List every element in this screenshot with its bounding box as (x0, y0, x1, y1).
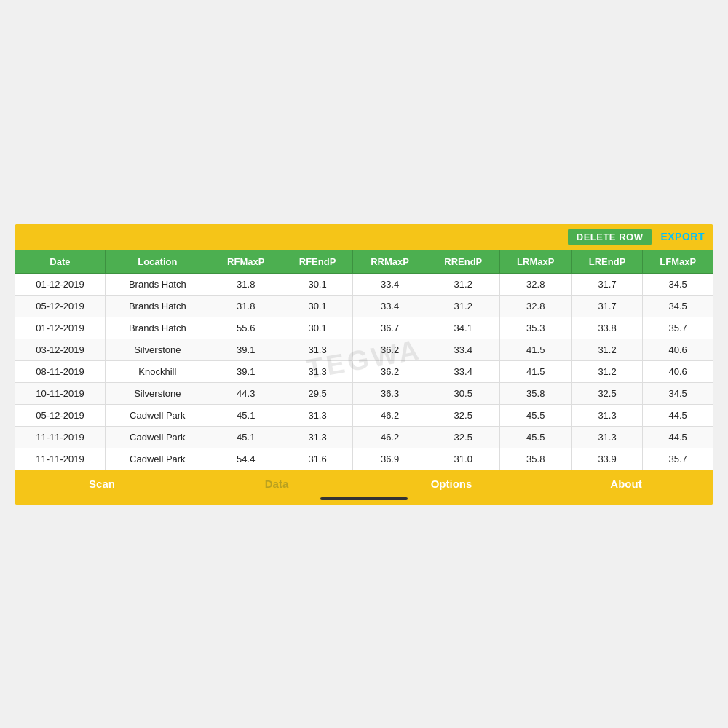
cell-r2-c2: 55.6 (210, 317, 282, 339)
export-button[interactable]: EXPORT (660, 231, 705, 242)
cell-r8-c7: 33.9 (571, 448, 643, 470)
cell-r5-c1: Silverstone (105, 382, 210, 404)
cell-r1-c2: 31.8 (210, 295, 282, 317)
cell-r3-c4: 36.2 (353, 339, 427, 360)
cell-r4-c4: 36.2 (353, 360, 427, 382)
table-row[interactable]: 10-11-2019Silverstone44.329.536.330.535.… (15, 382, 713, 404)
cell-r5-c8: 34.5 (643, 382, 713, 404)
cell-r6-c2: 45.1 (210, 404, 282, 426)
cell-r1-c1: Brands Hatch (105, 295, 210, 317)
cell-r6-c6: 45.5 (499, 404, 571, 426)
cell-r4-c8: 40.6 (643, 360, 713, 382)
cell-r3-c8: 40.6 (643, 339, 713, 360)
cell-r0-c6: 32.8 (499, 273, 571, 295)
cell-r7-c6: 45.5 (499, 426, 571, 448)
cell-r5-c3: 29.5 (282, 382, 353, 404)
toolbar: DELETE ROW EXPORT (15, 224, 713, 250)
cell-r8-c8: 35.7 (643, 448, 713, 470)
cell-r8-c1: Cadwell Park (105, 448, 210, 470)
cell-r7-c4: 46.2 (353, 426, 427, 448)
table-row[interactable]: 08-11-2019Knockhill39.131.336.233.441.53… (15, 360, 713, 382)
table-row[interactable]: 11-11-2019Cadwell Park45.131.346.232.545… (15, 426, 713, 448)
cell-r7-c7: 31.3 (571, 426, 643, 448)
cell-r0-c8: 34.5 (643, 273, 713, 295)
cell-r2-c4: 36.7 (353, 317, 427, 339)
cell-r1-c4: 33.4 (353, 295, 427, 317)
cell-r8-c0: 11-11-2019 (15, 448, 106, 470)
cell-r4-c2: 39.1 (210, 360, 282, 382)
table-row[interactable]: 01-12-2019Brands Hatch55.630.136.734.135… (15, 317, 713, 339)
cell-r3-c3: 31.3 (282, 339, 353, 360)
cell-r8-c4: 36.9 (353, 448, 427, 470)
cell-r0-c5: 31.2 (427, 273, 499, 295)
nav-about[interactable]: About (539, 470, 713, 494)
cell-r1-c8: 34.5 (643, 295, 713, 317)
cell-r0-c7: 31.7 (571, 273, 643, 295)
cell-r7-c3: 31.3 (282, 426, 353, 448)
cell-r1-c6: 32.8 (499, 295, 571, 317)
header-row: DateLocationRFMaxPRFEndPRRMaxPRREndPLRMa… (15, 250, 713, 273)
cell-r5-c0: 10-11-2019 (15, 382, 106, 404)
cell-r2-c6: 35.3 (499, 317, 571, 339)
cell-r4-c0: 08-11-2019 (15, 360, 106, 382)
cell-r7-c1: Cadwell Park (105, 426, 210, 448)
cell-r3-c2: 39.1 (210, 339, 282, 360)
cell-r6-c1: Cadwell Park (105, 404, 210, 426)
cell-r7-c2: 45.1 (210, 426, 282, 448)
cell-r4-c5: 33.4 (427, 360, 499, 382)
cell-r8-c5: 31.0 (427, 448, 499, 470)
table-header: DateLocationRFMaxPRFEndPRRMaxPRREndPLRMa… (15, 250, 713, 273)
cell-r6-c0: 05-12-2019 (15, 404, 106, 426)
table-wrapper: DELETE ROW EXPORT TEGWA DateLocationRFMa… (15, 224, 713, 505)
cell-r2-c8: 35.7 (643, 317, 713, 339)
cell-r6-c8: 44.5 (643, 404, 713, 426)
table-row[interactable]: 11-11-2019Cadwell Park54.431.636.931.035… (15, 448, 713, 470)
col-header-rfendp: RFEndP (282, 250, 353, 273)
cell-r5-c6: 35.8 (499, 382, 571, 404)
cell-r0-c0: 01-12-2019 (15, 273, 106, 295)
table-row[interactable]: 03-12-2019Silverstone39.131.336.233.441.… (15, 339, 713, 360)
col-header-rfmaxp: RFMaxP (210, 250, 282, 273)
cell-r3-c1: Silverstone (105, 339, 210, 360)
table-body: 01-12-2019Brands Hatch31.830.133.431.232… (15, 273, 713, 470)
cell-r2-c0: 01-12-2019 (15, 317, 106, 339)
app-container: DELETE ROW EXPORT TEGWA DateLocationRFMa… (0, 0, 728, 728)
cell-r1-c3: 30.1 (282, 295, 353, 317)
table-row[interactable]: 05-12-2019Brands Hatch31.830.133.431.232… (15, 295, 713, 317)
col-header-rrendp: RREndP (427, 250, 499, 273)
col-header-date: Date (15, 250, 106, 273)
cell-r7-c8: 44.5 (643, 426, 713, 448)
data-table: DateLocationRFMaxPRFEndPRRMaxPRREndPLRMa… (15, 250, 713, 470)
cell-r1-c0: 05-12-2019 (15, 295, 106, 317)
cell-r4-c3: 31.3 (282, 360, 353, 382)
cell-r8-c6: 35.8 (499, 448, 571, 470)
cell-r0-c2: 31.8 (210, 273, 282, 295)
cell-r6-c5: 32.5 (427, 404, 499, 426)
cell-r3-c7: 31.2 (571, 339, 643, 360)
cell-r2-c3: 30.1 (282, 317, 353, 339)
table-area: TEGWA DateLocationRFMaxPRFEndPRRMaxPRREn… (15, 250, 713, 470)
cell-r3-c0: 03-12-2019 (15, 339, 106, 360)
col-header-lrendp: LREndP (571, 250, 643, 273)
cell-r6-c4: 46.2 (353, 404, 427, 426)
cell-r0-c3: 30.1 (282, 273, 353, 295)
cell-r4-c6: 41.5 (499, 360, 571, 382)
nav-scan[interactable]: Scan (15, 470, 189, 494)
cell-r5-c5: 30.5 (427, 382, 499, 404)
cell-r6-c3: 31.3 (282, 404, 353, 426)
cell-r1-c7: 31.7 (571, 295, 643, 317)
cell-r2-c7: 33.8 (571, 317, 643, 339)
cell-r7-c0: 11-11-2019 (15, 426, 106, 448)
cell-r2-c1: Brands Hatch (105, 317, 210, 339)
nav-data[interactable]: Data (189, 470, 364, 494)
nav-options[interactable]: Options (364, 470, 539, 494)
cell-r0-c4: 33.4 (353, 273, 427, 295)
delete-row-button[interactable]: DELETE ROW (568, 229, 652, 245)
table-row[interactable]: 01-12-2019Brands Hatch31.830.133.431.232… (15, 273, 713, 295)
table-row[interactable]: 05-12-2019Cadwell Park45.131.346.232.545… (15, 404, 713, 426)
cell-r5-c4: 36.3 (353, 382, 427, 404)
cell-r4-c1: Knockhill (105, 360, 210, 382)
col-header-lrmaxp: LRMaxP (499, 250, 571, 273)
cell-r0-c1: Brands Hatch (105, 273, 210, 295)
cell-r7-c5: 32.5 (427, 426, 499, 448)
